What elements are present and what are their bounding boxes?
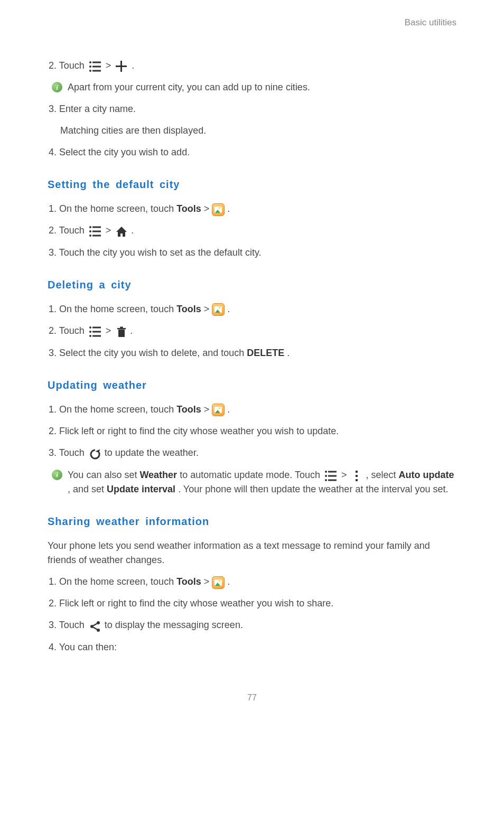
s3-step1: 1. On the home screen, touch Tools > . [48,403,456,417]
text: 1. On the home screen, touch [49,304,176,314]
menu-icon [89,324,101,339]
step-4: 4. Select the city you wish to add. [48,145,456,160]
weather-app-icon [212,404,225,416]
overflow-icon [351,468,362,482]
step-3: 3. Enter a city name. [48,102,456,116]
page-number: 77 [48,691,456,704]
text: . [227,576,230,587]
text: 2. Touch [49,225,87,236]
refresh-icon [89,446,100,461]
separator: > [204,304,212,314]
s4-step1: 1. On the home screen, touch Tools > . [48,575,456,589]
text: to display the messaging screen. [105,620,243,630]
text: . [227,404,230,415]
text: 1. On the home screen, touch [49,404,176,415]
separator: > [204,404,212,415]
note-text: Apart from your current city, you can ad… [68,80,310,95]
s1-step3: 3. Touch the city you wish to set as the… [48,246,456,260]
heading-updating-weather: Updating weather [48,377,456,393]
text: 3. Touch [49,447,87,458]
s1-step2: 2. Touch > . [48,223,456,238]
update-interval-label: Update interval [107,484,175,494]
text: 1. On the home screen, touch [49,576,176,587]
s4-step3: 3. Touch to display the messaging screen… [48,618,456,633]
text: 1. On the home screen, touch [49,203,176,214]
plus-icon [115,59,127,73]
text: , select [366,470,399,480]
weather-app-icon [212,576,225,589]
s3-step2: 2. Flick left or right to find the city … [48,424,456,438]
info-icon: i [52,470,62,480]
text: . [132,60,134,71]
text: 3. Touch [49,620,87,630]
s1-step1: 1. On the home screen, touch Tools > . [48,202,456,216]
step-3-sub: Matching cities are then displayed. [60,124,456,138]
menu-icon [89,59,101,73]
weather-app-icon [212,203,225,216]
text: . [227,304,230,314]
separator: > [106,60,114,71]
heading-deleting-city: Deleting a city [48,277,456,293]
tools-label: Tools [176,404,201,415]
s4-intro: Your phone lets you send weather informa… [48,539,456,567]
info-note-weather: i You can also set Weather to automatic … [52,468,456,497]
home-icon [115,224,127,238]
text: . [130,325,133,336]
info-note: i Apart from your current city, you can … [52,80,456,95]
heading-setting-default-city: Setting the default city [48,176,456,192]
s2-step1: 1. On the home screen, touch Tools > . [48,302,456,316]
page-header: Basic utilities [48,16,456,30]
text: You can also set [68,470,139,480]
text: 2. Touch [49,60,87,71]
note-text: You can also set Weather to automatic up… [68,468,456,497]
text: to automatic update mode. Touch [180,470,323,480]
heading-sharing-weather: Sharing weather information [48,513,456,529]
separator: > [204,203,212,214]
tools-label: Tools [176,203,201,214]
tools-label: Tools [176,576,201,587]
weather-label: Weather [139,470,177,480]
text: 3. Select the city you wish to delete, a… [49,348,247,358]
trash-icon [115,324,126,339]
separator: > [106,225,114,236]
separator: > [341,470,350,480]
separator: > [106,325,114,336]
s3-step3: 3. Touch to update the weather. [48,446,456,461]
text: . [131,225,134,236]
menu-icon [89,224,101,238]
text: . [227,203,230,214]
text: to update the weather. [105,447,199,458]
share-icon [89,619,100,633]
auto-update-label: Auto update [399,470,454,480]
text: , and set [68,484,107,494]
menu-icon [324,468,337,482]
s4-step4: 4. You can then: [48,640,456,654]
info-icon: i [52,82,62,92]
weather-app-icon [212,303,225,316]
s4-step2: 2. Flick left or right to find the city … [48,596,456,611]
text: 2. Touch [49,325,87,336]
s2-step2: 2. Touch > . [48,324,456,339]
delete-label: DELETE [247,348,284,358]
text: . Your phone will then update the weathe… [178,484,448,494]
text: . [287,348,290,358]
tools-label: Tools [176,304,201,314]
s2-step3: 3. Select the city you wish to delete, a… [48,346,456,360]
separator: > [204,576,212,587]
step-2-add-city: 2. Touch > . [48,59,456,73]
